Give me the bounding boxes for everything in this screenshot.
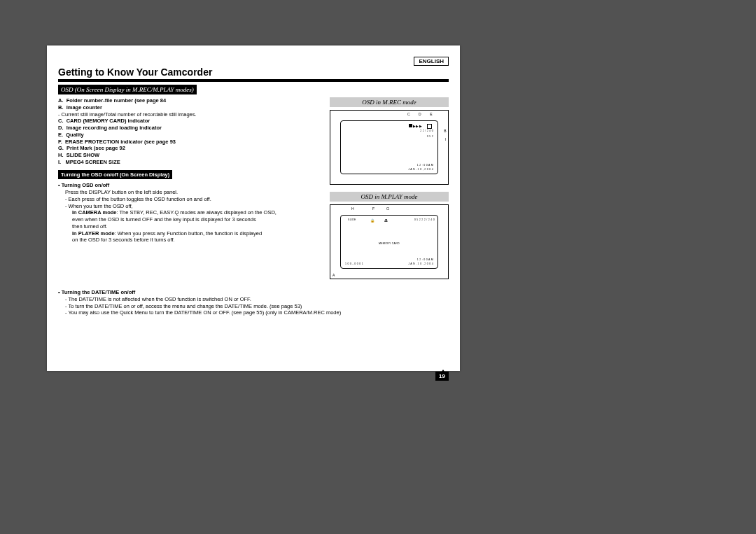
d1-lbl-d: D (419, 112, 421, 116)
section1-heading: Turning OSD on/off (58, 182, 109, 188)
item-b: Image counter (66, 104, 102, 111)
page-number: 19 (435, 372, 449, 381)
s1-l3: - When you turn the OSD off, (58, 203, 323, 210)
s1-l2: - Each press of the button toggles the O… (58, 196, 323, 203)
d1-lbl-i: I (445, 137, 447, 141)
item-b-sub: - Current still image/Total number of re… (58, 111, 323, 118)
d1-date: J A N . 1 0 , 2 0 0 4 (408, 168, 433, 171)
section2-heading: Turning the DATE/TIME on/off (58, 289, 135, 295)
right-column: OSD in M.REC mode E D C B I 2 2 / 2 4 0 … (330, 97, 449, 286)
item-d: Image recording and loading indicator (66, 125, 162, 131)
s1-l6: then turned off. (58, 223, 323, 230)
diagram1: E D C B I 2 2 / 2 4 0 3 5 2 ▶▶▶ 1 2 : 0 … (330, 110, 449, 185)
d2-time: 1 2 : 0 0 A M (417, 258, 433, 261)
arrows-icon: ▶▶▶ (413, 124, 423, 128)
d2-screen: SLIDE 🔒 🖶 3 5 2 2 2 / 2 4 0 MEMORY CARD … (340, 215, 438, 269)
d1-lbl-b: B (444, 129, 447, 133)
d2-folder: 1 0 0 - 0 0 0 1 (345, 262, 363, 265)
d2-slide: SLIDE (348, 218, 356, 221)
s2-l2: - To turn the DATE/TIME on or off, acces… (58, 303, 449, 310)
print-icon: 🖶 (384, 218, 388, 223)
section2: Turning the DATE/TIME on/off - The DATE/… (58, 289, 449, 316)
s1-l4b: : The STBY, REC, EASY.Q modes are always… (116, 209, 276, 216)
section-header-blackbox: Turning the OSD on/off (On Screen Displa… (58, 170, 172, 180)
page-title: Getting to Know Your Camcorder (58, 66, 449, 78)
s1-l7a: In PLAYER mode (72, 230, 115, 237)
diagram2-title: OSD in M.PLAY mode (330, 192, 449, 202)
d2-lbl-g: G (386, 206, 389, 211)
manual-page: ENGLISH Getting to Know Your Camcorder O… (47, 45, 460, 371)
d2-lbl-a: A (332, 273, 335, 277)
left-column: A. Folder number-file number (see page 8… (58, 97, 323, 286)
item-c: CARD (MEMORY CARD) indicator (66, 118, 150, 124)
language-badge: ENGLISH (414, 57, 449, 66)
d2-lbl-h: H (351, 206, 354, 211)
s2-l3: - You may also use the Quick Menu to tur… (58, 309, 449, 316)
item-f: ERASE PROTECTION indicator (see page 93 (65, 139, 176, 145)
s2-l1: - The DATE/TIME is not affected when the… (58, 296, 449, 303)
d2-size: 3 5 2 (414, 218, 421, 221)
s1-l4a: In CAMERA mode (72, 209, 116, 216)
diagram2: H F G A SLIDE 🔒 🖶 3 5 2 2 2 / 2 4 0 MEMO… (330, 204, 449, 279)
page-subtitle: OSD (On Screen Display in M.REC/M.PLAY m… (58, 85, 197, 94)
d1-count: 2 2 / 2 4 0 (420, 129, 433, 132)
d1-time: 1 2 : 0 0 A M (417, 164, 433, 167)
item-a: Folder number-file number (see page 84 (66, 97, 167, 104)
title-rule (58, 79, 449, 82)
s1-l7b: : When you press any Function button, th… (115, 230, 262, 237)
s1-l8: on the OSD for 3 seconds before it turns… (58, 237, 323, 244)
d2-count: 2 2 / 2 4 0 (421, 218, 435, 221)
card-icon (409, 124, 412, 127)
item-h: SLIDE SHOW (66, 152, 100, 158)
d1-lbl-c: C (407, 112, 410, 116)
d1-size: 3 5 2 (427, 135, 433, 138)
quality-icon (427, 124, 432, 129)
item-i: MPEG4 SCREEN SIZE (65, 159, 120, 165)
s1-l5: even when the OSD is turned OFF and the … (58, 216, 323, 223)
d2-lbl-f: F (372, 206, 375, 211)
diagram1-title: OSD in M.REC mode (330, 97, 449, 107)
lock-icon: 🔒 (370, 218, 375, 223)
d2-date: J A N . 1 0 , 2 0 0 4 (408, 262, 433, 265)
d2-card: MEMORY CARD (341, 242, 438, 245)
s1-l1: Press the DISPLAY button on the left sid… (58, 189, 323, 196)
item-g: Print Mark (see page 92 (66, 145, 125, 151)
d1-screen: 2 2 / 2 4 0 3 5 2 ▶▶▶ 1 2 : 0 0 A M J A … (340, 120, 438, 174)
item-e: Quality (66, 132, 83, 138)
d1-lbl-e: E (430, 112, 433, 116)
